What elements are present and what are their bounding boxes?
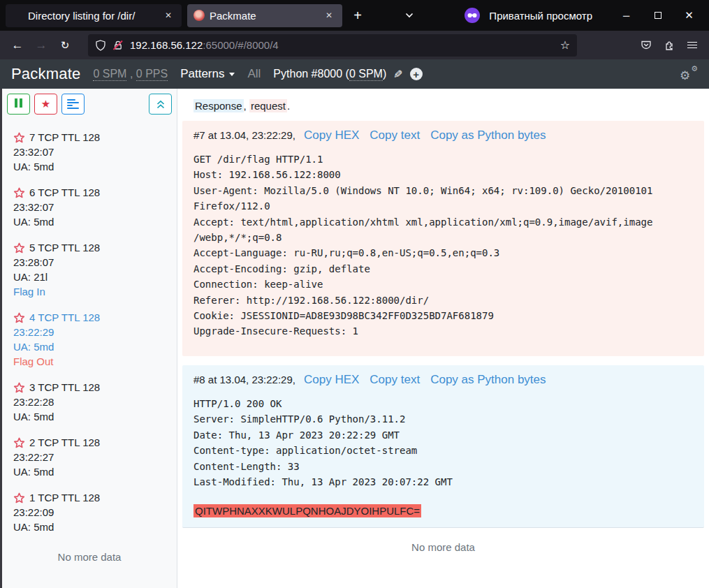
packet-time: 23:22:29	[13, 325, 171, 339]
tab-close-icon[interactable]: ✕	[161, 8, 175, 22]
packet-time: 23:32:07	[13, 200, 171, 214]
flag-match-line: QITWPHNAXXKWULPQNHOAJDYOIHPULFC=	[193, 505, 693, 517]
copy-link[interactable]: Copy HEX	[304, 372, 359, 388]
copy-link[interactable]: Copy text	[370, 372, 420, 388]
insecure-lock-icon[interactable]	[112, 40, 124, 51]
packet-card-response: #8 at 13.04, 23:22:29, Copy HEXCopy text…	[182, 365, 704, 528]
packet-payload: GET /dir/flag HTTP/1.1 Host: 192.168.56.…	[193, 152, 693, 339]
browser-toolbar: ← → ↻ 192.168.56.122:65000/#/8000/4 ☆	[0, 31, 709, 59]
packet-title-row: 2 TCP TTL 128	[13, 435, 171, 450]
back-button[interactable]: ←	[6, 35, 29, 56]
packet-list-item[interactable]: 1 TCP TTL 128 23:22:09 UA: 5md	[13, 490, 171, 534]
packet-list-item[interactable]: 6 TCP TTL 128 23:32:07 UA: 5md	[13, 185, 171, 229]
packet-title: 4 TCP TTL 128	[29, 310, 100, 325]
star-outline-icon[interactable]	[13, 242, 25, 253]
star-outline-icon[interactable]	[13, 132, 25, 143]
star-outline-icon[interactable]	[13, 437, 25, 448]
star-outline-icon[interactable]	[13, 312, 25, 323]
packet-useragent: UA: 5md	[13, 214, 171, 229]
packet-header-text: #8 at 13.04, 23:22:29,	[193, 372, 295, 388]
double-chevron-up-icon	[156, 99, 166, 110]
star-outline-icon[interactable]	[13, 382, 25, 393]
pause-capture-button[interactable]	[7, 94, 30, 115]
packet-title-row: 4 TCP TTL 128	[13, 310, 171, 325]
url-bar[interactable]: 192.168.56.122:65000/#/8000/4 ☆	[88, 34, 577, 57]
packet-list-item[interactable]: 7 TCP TTL 128 23:32:07 UA: 5md	[13, 130, 171, 174]
packet-title-row: 3 TCP TTL 128	[13, 380, 171, 395]
sidebar-no-more-data: No more data	[2, 551, 177, 563]
url-host: 192.168.56.122	[130, 39, 203, 51]
pocket-icon[interactable]	[634, 35, 657, 56]
reload-button[interactable]: ↻	[53, 35, 77, 56]
align-left-icon	[67, 98, 79, 110]
packet-title: 1 TCP TTL 128	[29, 490, 100, 505]
list-view-button[interactable]	[61, 94, 85, 115]
browser-tab-directory-listing[interactable]: Directory listing for /dir/ ✕	[6, 4, 182, 27]
service-selector[interactable]: Python #8000 (0 SPM) ✎ +	[273, 68, 422, 81]
browser-tab-packmate[interactable]: Packmate ✕	[187, 4, 342, 27]
star-outline-icon[interactable]	[13, 187, 25, 198]
legend-request: request	[249, 99, 287, 112]
packet-title: 6 TCP TTL 128	[29, 185, 100, 200]
bookmark-star-icon[interactable]: ☆	[560, 38, 570, 52]
packet-title-row: 5 TCP TTL 128	[13, 240, 171, 255]
tab-close-icon[interactable]: ✕	[322, 8, 336, 22]
packet-card-header: #7 at 13.04, 23:22:29, Copy HEXCopy text…	[193, 128, 693, 143]
tab-title: Directory listing for /dir/	[28, 10, 156, 22]
copy-links: Copy HEXCopy textCopy as Python bytes	[304, 128, 546, 143]
packet-flag-label[interactable]: Flag In	[13, 284, 171, 299]
settings-cogs-icon[interactable]: ⚙⚙	[680, 66, 698, 82]
copy-link[interactable]: Copy HEX	[304, 128, 359, 143]
collapse-all-button[interactable]	[149, 94, 172, 115]
packet-title-row: 6 TCP TTL 128	[13, 185, 171, 200]
new-tab-button[interactable]: +	[346, 4, 369, 27]
packet-list: 7 TCP TTL 128 23:32:07 UA: 5md 6 TCP TTL…	[2, 115, 177, 534]
brand-title[interactable]: Packmate	[11, 65, 80, 83]
packet-payload: HTTP/1.0 200 OK Server: SimpleHTTP/0.6 P…	[193, 396, 693, 490]
packet-list-item[interactable]: 4 TCP TTL 128 23:22:29 UA: 5md Flag Out	[13, 310, 171, 369]
window-maximize-button[interactable]	[642, 3, 673, 27]
star-solid-icon: ★	[41, 98, 50, 110]
shield-icon[interactable]	[95, 40, 106, 51]
window-close-button[interactable]: ✕	[673, 3, 705, 27]
pause-icon	[14, 98, 24, 110]
window-minimize-button[interactable]: ─	[611, 3, 642, 27]
packet-useragent: UA: 5md	[13, 409, 171, 424]
patterns-dropdown[interactable]: Patterns	[180, 67, 235, 81]
sidebar-controls: ★	[2, 94, 177, 115]
packet-time: 23:22:28	[13, 395, 171, 409]
packet-sidebar: ★ 7 TCP TTL 128 23:32:07 UA: 5md	[2, 89, 177, 588]
copy-link[interactable]: Copy text	[370, 128, 420, 143]
packmate-navbar: Packmate 0 SPM , 0 PPS Patterns All Pyth…	[0, 59, 709, 89]
packet-time: 23:28:07	[13, 255, 171, 270]
copy-links: Copy HEXCopy textCopy as Python bytes	[304, 372, 546, 388]
extensions-puzzle-icon[interactable]	[657, 35, 680, 56]
packet-title: 5 TCP TTL 128	[29, 240, 100, 255]
forward-button[interactable]: →	[29, 35, 53, 56]
workspace: ★ 7 TCP TTL 128 23:32:07 UA: 5md	[0, 89, 709, 588]
packet-title: 2 TCP TTL 128	[29, 435, 100, 450]
star-outline-icon[interactable]	[13, 492, 25, 504]
copy-link[interactable]: Copy as Python bytes	[430, 128, 546, 143]
edit-pencil-icon[interactable]: ✎	[393, 68, 402, 81]
packet-time: 23:22:09	[13, 505, 171, 520]
copy-link[interactable]: Copy as Python bytes	[430, 372, 546, 388]
stream-legend: Response, request.	[193, 100, 693, 112]
packet-card-header: #8 at 13.04, 23:22:29, Copy HEXCopy text…	[193, 372, 693, 388]
url-text[interactable]: 192.168.56.122:65000/#/8000/4	[130, 39, 279, 51]
packet-list-item[interactable]: 2 TCP TTL 128 23:22:27 UA: 5md	[13, 435, 171, 479]
menu-hamburger-icon[interactable]	[680, 35, 703, 56]
packet-useragent: UA: 5md	[13, 520, 171, 534]
flag-highlight: QITWPHNAXXKWULPQNHOAJDYOIHPULFC=	[193, 504, 421, 517]
packmate-favicon-icon	[193, 10, 205, 21]
packet-title-row: 7 TCP TTL 128	[13, 130, 171, 145]
packet-list-item[interactable]: 5 TCP TTL 128 23:28:07 UA: 21l Flag In	[13, 240, 171, 299]
list-all-tabs-button[interactable]	[399, 5, 420, 26]
packet-flag-label[interactable]: Flag Out	[13, 354, 171, 369]
packet-useragent: UA: 21l	[13, 270, 171, 284]
caret-down-icon	[229, 73, 235, 76]
add-service-icon[interactable]: +	[410, 68, 423, 80]
packet-list-item[interactable]: 3 TCP TTL 128 23:22:28 UA: 5md	[13, 380, 171, 424]
filter-all-link[interactable]: All	[247, 67, 261, 81]
favorites-filter-button[interactable]: ★	[34, 94, 57, 115]
